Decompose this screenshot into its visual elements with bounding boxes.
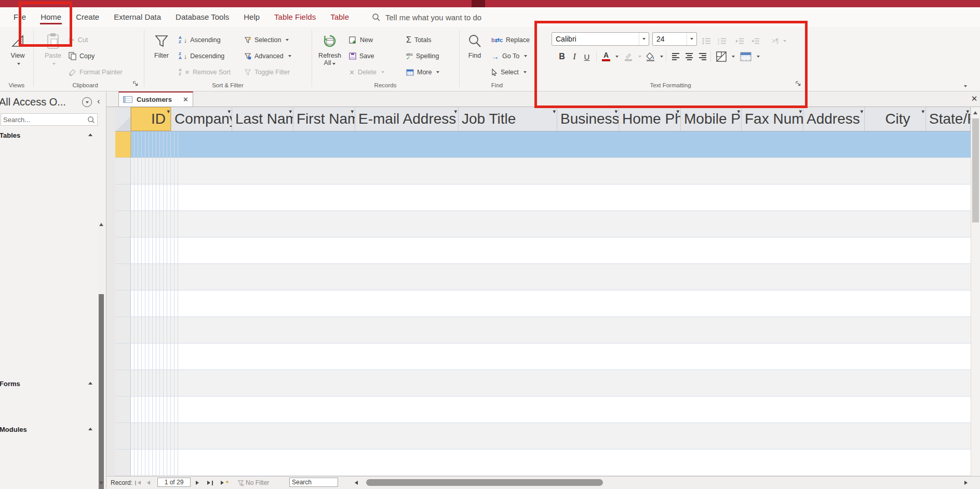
table-cell[interactable] <box>131 317 135 343</box>
table-cell[interactable] <box>174 131 178 157</box>
table-cell[interactable] <box>135 450 138 475</box>
table-cell[interactable] <box>156 237 160 263</box>
table-cell[interactable] <box>174 450 178 475</box>
select-all-corner[interactable] <box>115 107 131 131</box>
table-cell[interactable] <box>145 211 149 237</box>
table-cell[interactable] <box>160 423 164 449</box>
advanced-filter-button[interactable]: Advanced <box>244 49 291 63</box>
table-cell[interactable] <box>164 290 167 316</box>
table-cell[interactable] <box>167 370 171 396</box>
table-cell[interactable] <box>142 158 145 184</box>
record-search-input[interactable]: Search <box>289 478 338 487</box>
table-cell[interactable] <box>167 131 171 157</box>
table-cell[interactable] <box>142 264 145 290</box>
nav-item[interactable] <box>0 252 106 267</box>
alternate-row-color-button[interactable] <box>739 50 753 63</box>
table-cell[interactable] <box>156 343 160 369</box>
table-cell[interactable] <box>174 423 178 449</box>
table-cell[interactable] <box>164 211 167 237</box>
table-cell[interactable] <box>174 264 178 290</box>
table-cell[interactable] <box>131 423 135 449</box>
table-cell[interactable] <box>171 290 174 316</box>
table-cell[interactable] <box>156 397 160 422</box>
column-header[interactable]: Company ▾ <box>171 107 232 131</box>
table-cell[interactable] <box>167 158 171 184</box>
filter-dropdown-icon[interactable]: ▾ <box>289 108 292 114</box>
table-cell[interactable] <box>135 397 138 422</box>
row-selector[interactable] <box>115 211 131 237</box>
table-cell[interactable] <box>153 131 156 157</box>
new-record-button[interactable]: New <box>349 33 373 47</box>
row-selector[interactable] <box>115 131 131 157</box>
table-cell[interactable] <box>174 158 178 184</box>
table-cell[interactable] <box>131 264 135 290</box>
row-selector[interactable] <box>115 370 131 396</box>
table-cell[interactable] <box>149 211 153 237</box>
nav-item[interactable] <box>0 205 106 220</box>
nav-item[interactable] <box>0 468 106 483</box>
table-cell[interactable] <box>160 264 164 290</box>
row-selector[interactable] <box>115 343 131 369</box>
table-cell[interactable] <box>174 290 178 316</box>
filter-dropdown-icon[interactable]: ▾ <box>167 108 170 114</box>
table-cell[interactable] <box>142 317 145 343</box>
filter-dropdown-icon[interactable]: ▾ <box>737 108 740 114</box>
table-cell[interactable] <box>174 397 178 422</box>
table-cell[interactable] <box>149 158 153 184</box>
cut-button[interactable]: ✂ Cut <box>69 33 88 47</box>
font-name-combo[interactable]: Calibri <box>552 32 649 46</box>
row-selector[interactable] <box>115 317 131 343</box>
table-cell[interactable] <box>149 131 153 157</box>
column-header[interactable]: Job Title ▾ <box>459 107 557 131</box>
table-cell[interactable] <box>142 131 145 157</box>
nav-item[interactable] <box>0 298 106 314</box>
filter-dropdown-icon[interactable]: ▾ <box>799 108 802 114</box>
table-cell[interactable] <box>153 450 156 475</box>
nav-item[interactable] <box>0 345 106 361</box>
format-painter-button[interactable]: Format Painter <box>69 65 123 79</box>
nav-item[interactable] <box>0 329 106 345</box>
nav-item[interactable] <box>0 452 106 468</box>
table-cell[interactable] <box>142 290 145 316</box>
table-cell[interactable] <box>138 211 142 237</box>
filter-dropdown-icon[interactable]: ▾ <box>614 108 617 114</box>
increase-indent-button[interactable] <box>735 34 744 48</box>
scroll-down-icon[interactable] <box>99 482 103 485</box>
table-cell[interactable] <box>171 237 174 263</box>
filter-dropdown-icon[interactable]: ▾ <box>454 108 457 114</box>
bold-button[interactable]: B <box>557 50 567 63</box>
table-cell[interactable] <box>164 370 167 396</box>
selection-button[interactable]: Selection <box>244 33 289 47</box>
filter-dropdown-icon[interactable]: ▾ <box>227 108 231 114</box>
tell-me-search[interactable]: Tell me what you want to do <box>372 13 481 22</box>
table-cell[interactable] <box>145 290 149 316</box>
table-cell[interactable] <box>153 423 156 449</box>
table-cell[interactable] <box>153 184 156 210</box>
table-cell[interactable] <box>160 317 164 343</box>
column-header[interactable]: Home Phone ▾ <box>619 107 681 131</box>
delete-record-button[interactable]: ✕ Delete <box>349 65 384 79</box>
nav-item[interactable] <box>0 483 106 489</box>
previous-record-button[interactable] <box>147 477 150 489</box>
table-cell[interactable] <box>131 184 135 210</box>
table-cell[interactable] <box>160 370 164 396</box>
save-record-button[interactable]: Save <box>349 49 374 63</box>
table-cell[interactable] <box>171 397 174 422</box>
table-cell[interactable] <box>156 184 160 210</box>
new-record-nav-button[interactable]: * <box>221 477 229 489</box>
bullets-button[interactable] <box>702 34 711 48</box>
table-cell[interactable] <box>153 343 156 369</box>
nav-scrollbar-thumb[interactable] <box>99 294 104 489</box>
table-cell[interactable] <box>138 264 142 290</box>
nav-item[interactable] <box>0 174 106 189</box>
italic-button[interactable]: I <box>570 50 579 63</box>
table-cell[interactable] <box>156 423 160 449</box>
collapse-ribbon-button[interactable] <box>964 80 967 89</box>
table-cell[interactable] <box>174 184 178 210</box>
ribbon-tab[interactable]: External Data <box>106 7 168 27</box>
table-cell[interactable] <box>153 158 156 184</box>
table-cell[interactable] <box>164 184 167 210</box>
sort-descending-button[interactable]: ZA ↓ Descending <box>179 49 224 63</box>
table-cell[interactable] <box>153 211 156 237</box>
table-cell[interactable] <box>164 423 167 449</box>
